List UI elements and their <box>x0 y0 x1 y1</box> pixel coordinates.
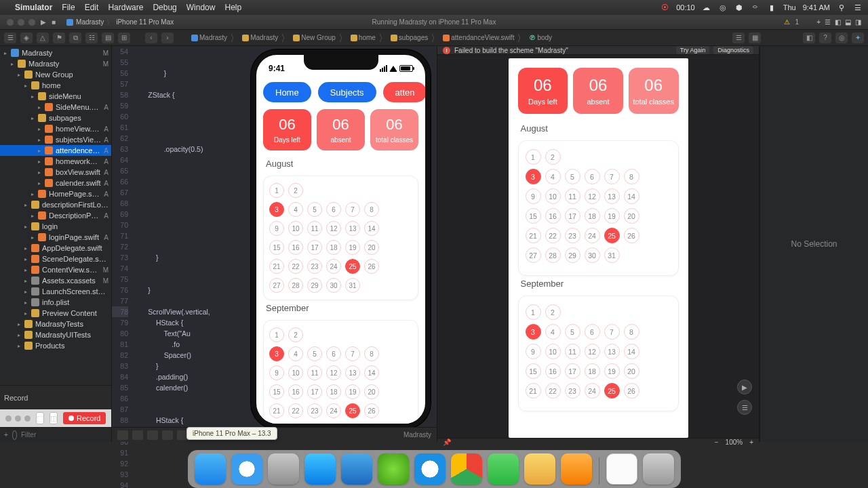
calendar-day[interactable]: 4 <box>545 324 561 340</box>
preview-inspect-button[interactable]: ☰ <box>737 400 752 415</box>
calendar-day[interactable]: 1 <box>269 183 284 198</box>
nav-item[interactable]: ▸ContentView.swiftM <box>0 264 111 275</box>
record-indicator-icon[interactable]: ⦿ <box>660 3 669 12</box>
calendar-day[interactable]: 23 <box>307 259 322 274</box>
calendar-day[interactable]: 7 <box>604 169 620 184</box>
calendar-day[interactable]: 5 <box>565 324 580 340</box>
navigator-filter-input[interactable] <box>21 431 107 439</box>
dock-document[interactable] <box>606 453 637 485</box>
preview-pin-button[interactable]: 📌 <box>443 439 451 446</box>
zoom-out-button[interactable]: − <box>715 439 719 446</box>
calendar-day[interactable]: 8 <box>364 202 379 217</box>
breadcrumb[interactable]: Madrasty〉 Madrasty〉 New Group〉 home〉 sub… <box>191 34 552 41</box>
calendar-day[interactable]: 30 <box>585 247 600 263</box>
calendar-day[interactable]: 26 <box>624 383 639 399</box>
calendar-day[interactable]: 18 <box>326 384 341 399</box>
calendar-day[interactable]: 16 <box>288 240 303 255</box>
calendar-day[interactable]: 20 <box>624 363 639 379</box>
calendar-day[interactable]: 18 <box>585 363 600 379</box>
nav-item[interactable]: ▸Products <box>0 340 111 351</box>
calendar-day[interactable]: 30 <box>326 278 341 293</box>
nav-item[interactable]: ▸subpages <box>0 113 111 123</box>
nav-item[interactable]: ▸AppDelegate.swift <box>0 243 111 253</box>
nav-selector-icon[interactable]: ☰ <box>4 33 16 43</box>
control-center-icon[interactable]: ☰ <box>853 3 863 12</box>
calendar-day[interactable]: 25 <box>604 228 620 243</box>
panel-bottom-button[interactable]: ⬓ <box>845 18 851 26</box>
tab-atten[interactable]: atten <box>383 82 425 102</box>
nav-item[interactable]: ▸LaunchScreen.storyboard <box>0 286 111 297</box>
dbg-btn4[interactable] <box>162 430 173 440</box>
calendar-day[interactable]: 28 <box>288 278 303 293</box>
calendar-day[interactable]: 16 <box>288 384 303 399</box>
calendar-day[interactable]: 6 <box>326 202 341 217</box>
traffic-lights[interactable] <box>7 19 35 26</box>
calendar-day[interactable]: 9 <box>526 344 541 359</box>
dbg-btn3[interactable] <box>147 430 158 440</box>
spotlight-icon[interactable]: ⚲ <box>837 3 846 12</box>
nav-item[interactable]: ▸boxView.swiftA <box>0 167 111 178</box>
calendar-day[interactable]: 15 <box>526 208 541 224</box>
calendar-day[interactable]: 8 <box>364 346 379 361</box>
calendar-day[interactable]: 14 <box>364 365 379 380</box>
calendar-day[interactable]: 10 <box>545 188 561 204</box>
calendar-day[interactable]: 25 <box>345 259 360 274</box>
nav-item[interactable]: ▸SideMenu.swiftA <box>0 102 111 113</box>
calendar-day[interactable]: 15 <box>526 363 541 379</box>
menu-debug[interactable]: Debug <box>153 3 176 12</box>
calendar-day[interactable]: 13 <box>345 365 360 380</box>
preview-play-button[interactable]: ▶ <box>737 380 752 394</box>
calendar-day[interactable]: 2 <box>288 327 303 342</box>
calendar-day[interactable]: 15 <box>269 384 284 399</box>
app-name-menu[interactable]: Simulator <box>15 3 52 12</box>
calendar-day[interactable]: 15 <box>269 240 284 255</box>
calendar-day[interactable]: 2 <box>288 183 303 198</box>
dock-trash[interactable] <box>643 453 674 485</box>
calendar-day[interactable]: 2 <box>545 304 561 320</box>
calendar-day[interactable]: 3 <box>526 324 541 340</box>
calendar-day[interactable]: 27 <box>269 278 284 293</box>
calendar-day[interactable]: 22 <box>288 259 303 274</box>
calendar-day[interactable]: 28 <box>545 247 561 263</box>
dock-xcode[interactable] <box>341 453 372 485</box>
nav-icon6[interactable]: ☷ <box>85 33 98 43</box>
calendar-day[interactable]: 8 <box>624 169 639 184</box>
scheme-name[interactable]: Madrasty <box>76 18 104 26</box>
nav-icon8[interactable]: ⊞ <box>118 33 130 43</box>
calendar-day[interactable]: 10 <box>288 221 303 236</box>
calendar-day[interactable]: 8 <box>624 324 639 340</box>
menu-help[interactable]: Help <box>224 3 241 12</box>
calendar-day[interactable]: 1 <box>526 304 541 320</box>
dock-settings[interactable] <box>268 453 299 485</box>
nav-icon2[interactable]: ◈ <box>20 33 33 43</box>
calendar-day[interactable]: 23 <box>565 228 580 243</box>
calendar-day[interactable]: 29 <box>307 278 322 293</box>
calendar-day[interactable]: 21 <box>269 259 284 274</box>
nav-item[interactable]: ▸homeView.swiftA <box>0 123 111 134</box>
calendar-day[interactable]: 5 <box>307 202 322 217</box>
calendar-day[interactable]: 4 <box>288 202 303 217</box>
insp-tab1[interactable]: ◧ <box>803 33 815 43</box>
menu-file[interactable]: File <box>62 3 75 12</box>
nav-item[interactable]: ▸HomePage.swiftA <box>0 188 111 199</box>
calendar-day[interactable]: 12 <box>326 365 341 380</box>
calendar-day[interactable]: 2 <box>545 149 561 165</box>
add-target-button[interactable]: + <box>4 431 8 439</box>
tab-home[interactable]: Home <box>263 82 311 102</box>
calendar-day[interactable]: 10 <box>545 344 561 359</box>
calendar-day[interactable]: 6 <box>326 346 341 361</box>
nav-item[interactable]: ▸DescriptionPage.swiftA <box>0 210 111 221</box>
editor-layout-button[interactable]: ☰ <box>732 33 745 43</box>
calendar-day[interactable]: 16 <box>545 208 561 224</box>
insp-tab3[interactable]: ◎ <box>835 33 848 43</box>
calendar-day[interactable]: 31 <box>604 247 620 263</box>
screenshot-tool1[interactable]: ⬚ <box>36 412 44 424</box>
filter-scope-button[interactable] <box>12 430 17 440</box>
calendar-day[interactable]: 26 <box>624 228 639 243</box>
calendar-day[interactable]: 13 <box>604 188 620 204</box>
dock-whatsapp[interactable] <box>488 453 519 485</box>
issues-warn-icon[interactable]: ⚠ <box>784 18 790 26</box>
stop-button[interactable]: ■ <box>52 18 56 26</box>
calendar-day[interactable]: 22 <box>288 403 303 418</box>
calendar-day[interactable]: 4 <box>288 346 303 361</box>
